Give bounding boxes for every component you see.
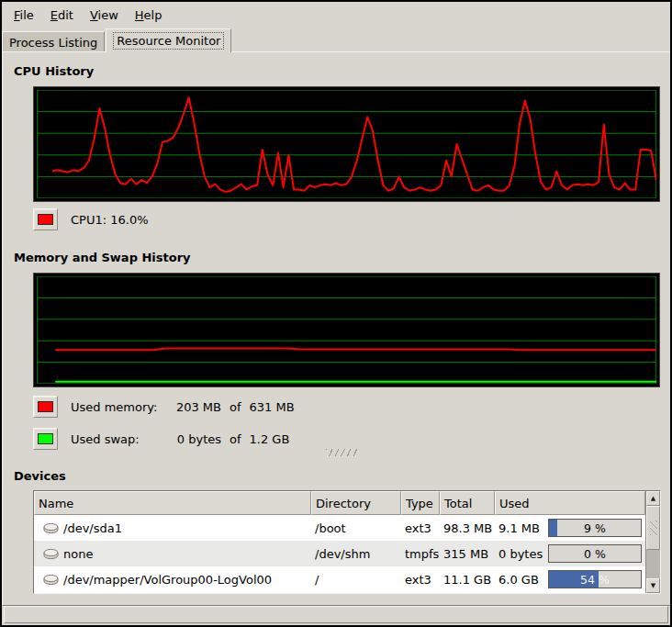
used-swap-of: of xyxy=(230,432,241,446)
menu-file[interactable]: File xyxy=(6,5,42,26)
disk-icon xyxy=(43,548,59,560)
devices-table: Name Directory Type Total Used /dev/sda1… xyxy=(33,490,661,594)
header-used[interactable]: Used xyxy=(495,491,645,515)
device-name: none xyxy=(63,547,93,561)
device-used-progressbar: 54 % xyxy=(548,570,642,588)
used-memory-value: 203 MB xyxy=(166,400,221,414)
used-swap-label: Used swap: xyxy=(71,432,162,446)
device-row[interactable]: /dev/sda1/bootext398.3 MB9.1 MB9 % xyxy=(34,515,645,541)
used-swap-value: 0 bytes xyxy=(166,432,221,446)
memory-color-button[interactable] xyxy=(33,396,58,418)
header-type[interactable]: Type xyxy=(401,491,440,515)
device-total-cell: 98.3 MB xyxy=(440,515,495,541)
device-total-cell: 315 MB xyxy=(440,541,495,566)
cpu-legend-row: CPU1: 16.0% xyxy=(33,207,149,231)
device-used-value: 6.0 GB xyxy=(498,573,539,587)
device-row[interactable]: /dev/mapper/VolGroup00-LogVol00/ext311.1… xyxy=(34,566,645,592)
device-directory-cell: /boot xyxy=(311,515,401,541)
header-directory[interactable]: Directory xyxy=(311,491,401,515)
cpu-color-swatch xyxy=(38,214,53,225)
device-type-cell: tmpfs xyxy=(401,541,440,566)
resource-monitor-page: CPU History CPU1: 16.0% Memory and Swap … xyxy=(2,51,672,606)
scroll-down-button[interactable]: ▼ xyxy=(646,578,660,593)
progress-percent-label: 54 % xyxy=(549,571,641,588)
used-memory-label: Used memory: xyxy=(71,400,162,414)
used-memory-row: Used memory: 203 MB of 631 MB xyxy=(33,395,295,419)
swap-color-swatch xyxy=(38,433,53,444)
memory-graph-svg xyxy=(37,276,656,384)
header-name[interactable]: Name xyxy=(34,491,311,515)
device-total-cell: 11.1 GB xyxy=(440,566,495,592)
scroll-up-button[interactable]: ▲ xyxy=(646,491,660,506)
device-used-progressbar: 9 % xyxy=(548,519,642,537)
cpu-history-title: CPU History xyxy=(14,64,94,78)
cpu-color-button[interactable] xyxy=(33,208,58,230)
memory-history-title: Memory and Swap History xyxy=(14,251,191,264)
devices-title: Devices xyxy=(14,469,66,483)
device-name: /dev/sda1 xyxy=(63,521,122,535)
device-type-cell: ext3 xyxy=(401,566,440,592)
progress-percent-label: 9 % xyxy=(549,520,641,536)
tab-resource-monitor[interactable]: Resource Monitor xyxy=(106,28,231,52)
system-monitor-window: File Edit View Help Process Listing Reso… xyxy=(0,0,672,627)
device-used-value: 9.1 MB xyxy=(498,521,540,535)
progress-percent-label: 0 % xyxy=(549,545,641,562)
total-memory-value: 631 MB xyxy=(250,400,295,414)
device-rows: /dev/sda1/bootext398.3 MB9.1 MB9 %none/d… xyxy=(34,515,645,592)
device-name: /dev/mapper/VolGroup00-LogVol00 xyxy=(63,573,272,587)
devices-scrollbar[interactable]: ▲ ▼ xyxy=(645,491,660,593)
cpu-legend-label: CPU1: 16.0% xyxy=(71,213,149,227)
device-used-value: 0 bytes xyxy=(498,547,543,561)
cpu-graph-svg xyxy=(37,90,656,198)
device-used-cell: 6.0 GB54 % xyxy=(495,566,645,592)
total-swap-value: 1.2 GB xyxy=(250,432,290,446)
disk-icon xyxy=(43,574,59,586)
device-type-cell: ext3 xyxy=(401,515,440,541)
menu-view[interactable]: View xyxy=(82,5,127,26)
header-total[interactable]: Total xyxy=(440,491,495,515)
swap-color-button[interactable] xyxy=(33,428,58,450)
menu-help[interactable]: Help xyxy=(127,5,171,26)
cpu-history-graph xyxy=(33,86,660,202)
device-directory-cell: / xyxy=(311,566,401,592)
device-directory-cell: /dev/shm xyxy=(311,541,401,566)
used-swap-row: Used swap: 0 bytes of 1.2 GB xyxy=(33,427,289,451)
menubar: File Edit View Help xyxy=(2,2,670,28)
statusbar xyxy=(4,606,668,623)
device-used-progressbar: 0 % xyxy=(548,544,642,563)
scroll-thumb[interactable] xyxy=(646,506,660,550)
pane-resize-grip[interactable] xyxy=(326,449,357,456)
memory-swap-graph xyxy=(33,273,660,387)
device-used-cell: 9.1 MB9 % xyxy=(495,515,645,541)
disk-icon xyxy=(43,522,59,534)
devices-table-header: Name Directory Type Total Used xyxy=(34,491,645,515)
used-memory-of: of xyxy=(230,400,241,414)
tab-process-listing[interactable]: Process Listing xyxy=(2,31,105,52)
device-name-cell: /dev/sda1 xyxy=(34,515,311,541)
memory-color-swatch xyxy=(38,401,53,412)
menu-edit[interactable]: Edit xyxy=(42,5,82,26)
device-name-cell: /dev/mapper/VolGroup00-LogVol00 xyxy=(34,566,311,592)
device-name-cell: none xyxy=(34,541,311,566)
scroll-thumb-grip xyxy=(650,521,657,535)
device-used-cell: 0 bytes0 % xyxy=(495,541,645,566)
device-row[interactable]: none/dev/shmtmpfs315 MB0 bytes0 % xyxy=(34,541,645,566)
tab-bar: Process Listing Resource Monitor xyxy=(2,28,670,52)
